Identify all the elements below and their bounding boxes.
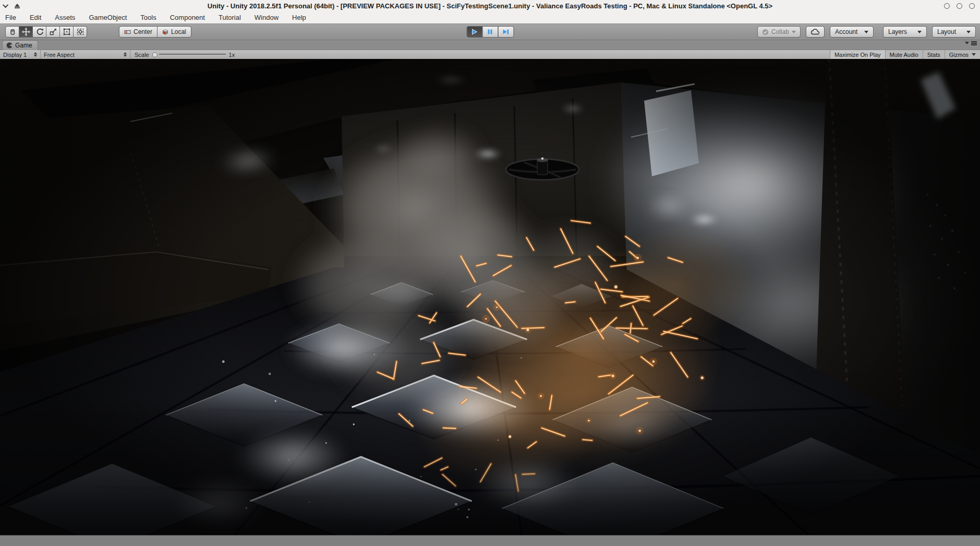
dropdown-arrow-icon — [792, 31, 796, 33]
step-button[interactable] — [498, 26, 514, 38]
rect-tool-button[interactable] — [59, 26, 74, 38]
pause-icon — [486, 28, 494, 36]
game-viewport[interactable] — [0, 59, 980, 535]
menu-window[interactable]: Window — [255, 14, 279, 21]
rect-tool-icon — [63, 28, 71, 36]
window-minimize-button[interactable] — [944, 3, 950, 9]
dropdown-arrow-icon — [917, 31, 922, 33]
tab-menu-arrow-icon[interactable] — [965, 42, 969, 44]
collab-button[interactable]: Collab — [757, 26, 801, 38]
step-icon — [502, 28, 510, 36]
game-tab-bar: Game — [0, 40, 980, 50]
scale-icon — [49, 28, 57, 36]
main-toolbar: Center Local — [0, 24, 980, 40]
rotate-tool-button[interactable] — [32, 26, 46, 38]
stats-label: Stats — [927, 52, 940, 58]
menu-edit[interactable]: Edit — [30, 14, 41, 21]
rotate-icon — [35, 28, 44, 36]
collab-label: Collab — [771, 28, 789, 35]
pivot-center-button[interactable]: Center — [119, 26, 158, 38]
dropdown-arrow-icon — [864, 31, 868, 33]
display-dropdown-value: Display 1 — [3, 52, 27, 58]
maximize-on-play-button[interactable]: Maximize On Play — [830, 50, 885, 59]
tab-game-label: Game — [15, 42, 32, 49]
menu-file[interactable]: File — [5, 14, 16, 21]
status-bar — [0, 535, 980, 546]
unity-editor-window: Unity - Unity 2018.2.5f1 Personal (64bit… — [0, 0, 980, 546]
eject-icon[interactable] — [15, 4, 20, 8]
play-icon — [470, 28, 479, 36]
layout-label: Layout — [937, 28, 956, 35]
layers-label: Layers — [888, 28, 907, 35]
window-maximize-button[interactable] — [957, 3, 962, 9]
stats-button[interactable]: Stats — [923, 50, 945, 59]
scale-slider-group: Scale 1x — [130, 50, 239, 59]
move-icon — [22, 28, 30, 36]
pause-button[interactable] — [482, 26, 498, 38]
pivot-local-button[interactable]: Local — [157, 26, 191, 38]
scale-slider-knob[interactable] — [152, 52, 158, 57]
menu-bar: File Edit Assets GameObject Tools Compon… — [0, 11, 980, 24]
game-view-icon — [6, 42, 13, 48]
menu-assets[interactable]: Assets — [55, 14, 75, 21]
menu-help[interactable]: Help — [292, 14, 306, 21]
gizmos-dropdown[interactable]: Gizmos — [945, 50, 980, 59]
aspect-dropdown[interactable]: Free Aspect — [41, 50, 130, 59]
cloud-icon — [810, 28, 821, 35]
mute-audio-label: Mute Audio — [890, 52, 918, 58]
maximize-on-play-label: Maximize On Play — [834, 52, 881, 58]
scale-label: Scale — [135, 52, 149, 58]
gizmos-label: Gizmos — [949, 52, 969, 58]
menu-component[interactable]: Component — [170, 14, 205, 21]
updown-arrow-icon — [124, 52, 127, 57]
account-label: Account — [835, 28, 857, 35]
collab-check-icon — [762, 29, 769, 35]
window-title: Unity - Unity 2018.2.5f1 Personal (64bit… — [0, 2, 980, 10]
transform-icon — [76, 28, 84, 36]
menu-tools[interactable]: Tools — [140, 14, 156, 21]
game-viewport-render — [0, 59, 980, 535]
move-tool-button[interactable] — [19, 26, 33, 38]
transform-tool-button[interactable] — [73, 26, 87, 38]
tab-game[interactable]: Game — [2, 40, 38, 50]
account-dropdown[interactable]: Account — [830, 26, 874, 38]
pivot-local-label: Local — [171, 28, 186, 35]
scale-value: 1x — [229, 52, 235, 58]
dropdown-arrow-icon — [966, 31, 971, 33]
mute-audio-button[interactable]: Mute Audio — [885, 50, 923, 59]
play-button[interactable] — [466, 26, 482, 38]
title-bar: Unity - Unity 2018.2.5f1 Personal (64bit… — [0, 0, 980, 11]
aspect-dropdown-value: Free Aspect — [44, 52, 75, 58]
updown-arrow-icon — [34, 52, 37, 57]
hand-tool-button[interactable] — [5, 26, 19, 38]
hand-icon — [8, 28, 17, 36]
layout-dropdown[interactable]: Layout — [932, 26, 976, 38]
menu-tutorial[interactable]: Tutorial — [219, 14, 241, 21]
pivot-local-icon — [162, 29, 168, 35]
window-close-button[interactable] — [969, 3, 975, 9]
dropdown-arrow-icon — [972, 53, 976, 56]
scale-slider-track[interactable] — [159, 54, 226, 55]
display-dropdown[interactable]: Display 1 — [0, 50, 41, 59]
menu-gameobject[interactable]: GameObject — [89, 14, 127, 21]
pivot-center-icon — [124, 29, 131, 35]
game-view-toolbar: Display 1 Free Aspect Scale 1x Maximize … — [0, 50, 980, 59]
cloud-button[interactable] — [806, 26, 825, 38]
layers-dropdown[interactable]: Layers — [883, 26, 927, 38]
tab-menu-icon[interactable] — [971, 43, 977, 44]
scale-tool-button[interactable] — [46, 26, 60, 38]
pivot-center-label: Center — [134, 28, 152, 35]
